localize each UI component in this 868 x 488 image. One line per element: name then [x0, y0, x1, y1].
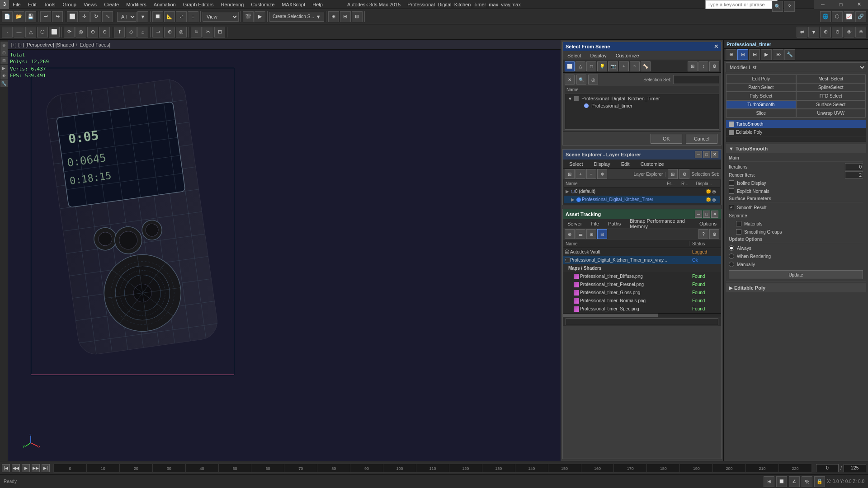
grow-btn[interactable]: ⊕	[87, 27, 98, 38]
mod-btn-surface-select[interactable]: Surface Select	[796, 100, 866, 109]
ts-materials-checkbox[interactable]	[736, 221, 741, 226]
sfs-menu-customize[interactable]: Customize	[611, 52, 644, 59]
ts-smooth-checkbox[interactable]	[729, 205, 734, 210]
connect-btn[interactable]: ⊕	[164, 27, 175, 38]
mod-tab-modify[interactable]: ⊞	[737, 49, 748, 60]
sidebar-modify-icon[interactable]: ⊞	[0, 49, 8, 56]
redo-btn[interactable]: ↪	[52, 11, 63, 22]
explorer-close-btn[interactable]: ✕	[711, 151, 718, 158]
toolbar-extra-2[interactable]: ⊟	[340, 11, 351, 22]
render-environment-btn[interactable]: 🌐	[820, 11, 831, 22]
mod-btn-edit-poly[interactable]: Edit Poly	[726, 75, 796, 83]
asset-row-gloss[interactable]: Professional_timer_Gloss.png Found	[563, 289, 721, 297]
shrink-btn[interactable]: ⊖	[99, 27, 110, 38]
scale-btn[interactable]: ⤡	[102, 11, 113, 22]
bridge-btn[interactable]: ⊃	[152, 27, 163, 38]
render-setup-btn[interactable]: 🎬	[243, 11, 254, 22]
hide-btn[interactable]: 👁	[844, 27, 854, 38]
sub-obj-3-btn[interactable]: △	[25, 27, 36, 38]
close-btn[interactable]: ✕	[850, 0, 868, 9]
sidebar-create-icon[interactable]: ⊕	[0, 42, 8, 49]
at-tree-btn[interactable]: ⊟	[597, 229, 607, 239]
asset-status-input[interactable]	[566, 318, 718, 325]
slice-plane-btn[interactable]: ⊞	[214, 27, 225, 38]
sub-obj-5-btn[interactable]: ⬜	[49, 27, 60, 38]
loop-btn[interactable]: ⟳	[64, 27, 75, 38]
menu-tools[interactable]: Tools	[40, 0, 59, 9]
asset-close-btn[interactable]: ✕	[711, 211, 718, 218]
asset-maximize-btn[interactable]: □	[703, 211, 710, 218]
se-menu-customize[interactable]: Customize	[636, 160, 669, 168]
at-menu-options[interactable]: Options	[695, 220, 721, 227]
menu-group[interactable]: Group	[59, 0, 80, 9]
ts-smoothgroups-checkbox[interactable]	[736, 229, 741, 235]
sfs-camera-btn[interactable]: 📷	[608, 61, 618, 71]
select-filter-btn[interactable]: ▼	[137, 11, 148, 22]
filter-select[interactable]: All	[117, 12, 137, 22]
ts-update-btn[interactable]: Update	[729, 270, 863, 279]
create-selection-set[interactable]: Create Selection S... ▼	[269, 12, 324, 22]
timeline-back-btn[interactable]: ◀◀	[12, 464, 20, 472]
ep-header[interactable]: ▶ Editable Poly	[726, 284, 866, 292]
timeline-prev-btn[interactable]: |◀	[2, 464, 10, 472]
freeze-btn[interactable]: ❄	[855, 27, 866, 38]
mod-btn-ffd-select[interactable]: FFD Select	[796, 92, 866, 100]
tree-item-object[interactable]: Professional_timer	[566, 102, 718, 109]
snap2d-btn[interactable]: 📐	[164, 11, 175, 22]
viewport-canvas[interactable]: Total Polys: 12,269 Verts: 6,437 FPS: 53…	[8, 50, 561, 461]
mod-btn-unwrap-uvw[interactable]: Unwrap UVW	[796, 109, 866, 117]
menu-animation[interactable]: Animation	[150, 0, 179, 9]
snap-btn[interactable]: 🔲	[152, 11, 163, 22]
sfs-menu-select[interactable]: Select	[563, 52, 586, 59]
menu-maxscript[interactable]: MAXScript	[278, 0, 309, 9]
sfs-helper-btn[interactable]: +	[619, 61, 629, 71]
at-grid-btn[interactable]: ⊞	[586, 229, 596, 239]
status-grid-btn[interactable]: ⊞	[764, 476, 774, 487]
menu-file[interactable]: File	[9, 0, 24, 9]
asset-row-vault[interactable]: 🏛 Autodesk Vault Logged	[563, 248, 721, 256]
mod-stack-turbosmooth[interactable]: TurboSmooth	[726, 120, 866, 128]
view-select[interactable]: View	[203, 12, 239, 22]
minimize-btn[interactable]: ─	[814, 0, 832, 9]
sidebar-motion-icon[interactable]: ▶	[0, 65, 8, 72]
se-freeze-btn[interactable]: ❄	[597, 169, 607, 179]
ts-header[interactable]: ▼ TurboSmooth	[726, 145, 866, 153]
ts-render-iters-input[interactable]	[845, 171, 863, 178]
sidebar-hierarchy-icon[interactable]: ⊟	[0, 57, 8, 64]
sfs-light-btn[interactable]: 💡	[597, 61, 607, 71]
timeline-fwd-btn[interactable]: ▶▶	[32, 464, 40, 472]
target-weld-btn[interactable]: ◎	[176, 27, 187, 38]
sfs-filter-btn[interactable]: ⊞	[688, 61, 698, 71]
mod-stack-editpoly[interactable]: Editable Poly	[726, 128, 866, 136]
collapse-btn[interactable]: ▼	[808, 27, 819, 38]
se-menu-edit[interactable]: Edit	[617, 160, 634, 168]
undo-btn[interactable]: ↩	[40, 11, 51, 22]
sfs-all-types-btn[interactable]: ⬜	[565, 61, 575, 71]
sfs-sort-btn[interactable]: ↕	[698, 61, 708, 71]
mirror2-btn[interactable]: ⇌	[797, 27, 807, 38]
explorer-maximize-btn[interactable]: □	[703, 151, 710, 158]
current-frame-input[interactable]	[816, 464, 839, 472]
sfs-options-btn[interactable]: ⚙	[709, 61, 719, 71]
layer-default[interactable]: ▶ ⬡ 0 (default) 🌞 ◎	[564, 188, 720, 196]
sidebar-utilities-icon[interactable]: 🔧	[0, 80, 8, 87]
menu-views[interactable]: Views	[80, 0, 100, 9]
bevel-btn[interactable]: ⌂	[137, 27, 148, 38]
menu-edit[interactable]: Edit	[24, 0, 40, 9]
ts-when-rendering-radio[interactable]	[729, 253, 734, 259]
total-frames-input[interactable]	[844, 464, 866, 472]
menu-create[interactable]: Create	[100, 0, 123, 9]
search-input[interactable]	[705, 0, 778, 9]
at-menu-file[interactable]: File	[586, 220, 604, 227]
ring-btn[interactable]: ◎	[75, 27, 86, 38]
attach-btn[interactable]: ⊕	[820, 27, 831, 38]
cancel-button[interactable]: Cancel	[686, 134, 717, 144]
timeline-play-btn[interactable]: ▶	[22, 464, 30, 472]
asset-row-diffuse[interactable]: Professional_timer_Diffuse.png Found	[563, 272, 721, 281]
sfs-highlight-btn[interactable]: ◎	[588, 75, 598, 84]
selection-set-input[interactable]	[673, 75, 719, 84]
at-menu-paths[interactable]: Paths	[604, 220, 625, 227]
asset-row-fresnel[interactable]: Professional_timer_Fresnel.png Found	[563, 281, 721, 289]
status-percent-btn[interactable]: %	[802, 476, 812, 487]
mod-btn-mesh-select[interactable]: Mesh Select	[796, 75, 866, 83]
